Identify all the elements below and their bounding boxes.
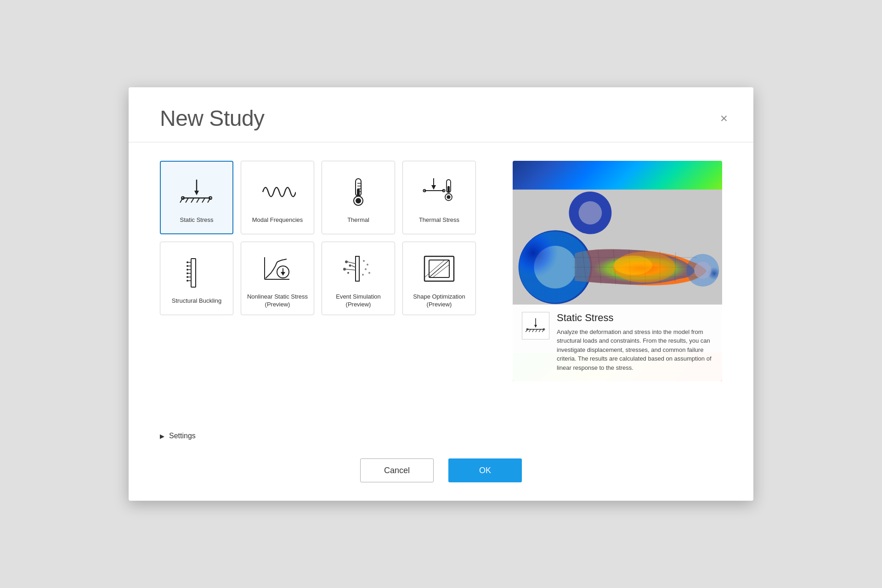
static-stress-icon bbox=[176, 171, 217, 213]
dialog-title: New Study bbox=[160, 106, 265, 131]
svg-point-58 bbox=[362, 274, 364, 276]
thermal-label: Thermal bbox=[344, 216, 373, 224]
svg-rect-46 bbox=[356, 256, 359, 281]
svg-line-51 bbox=[348, 262, 356, 264]
svg-line-4 bbox=[186, 198, 188, 203]
preview-info-icon bbox=[522, 312, 549, 339]
shape-optimization-label: Shape Optimization (Preview) bbox=[403, 293, 475, 309]
study-card-structural-buckling[interactable]: Structural Buckling bbox=[160, 242, 233, 315]
settings-section[interactable]: ▶ Settings bbox=[129, 432, 753, 449]
preview-section: Static Stress Analyze the deformation an… bbox=[513, 161, 722, 413]
cancel-button[interactable]: Cancel bbox=[360, 458, 434, 482]
svg-point-79 bbox=[694, 262, 711, 279]
svg-point-50 bbox=[347, 272, 349, 274]
structural-buckling-icon bbox=[176, 252, 217, 294]
svg-point-31 bbox=[187, 269, 188, 271]
svg-rect-25 bbox=[447, 186, 450, 192]
svg-point-56 bbox=[365, 268, 367, 270]
svg-point-57 bbox=[368, 272, 370, 274]
nonlinear-static-stress-label: Nonlinear Static Stress (Preview) bbox=[241, 293, 314, 309]
svg-point-33 bbox=[187, 276, 188, 278]
ok-button[interactable]: OK bbox=[448, 458, 522, 482]
svg-line-61 bbox=[429, 260, 449, 277]
svg-line-91 bbox=[539, 329, 541, 332]
shape-optimization-icon bbox=[418, 248, 460, 289]
svg-point-18 bbox=[356, 198, 361, 204]
svg-line-5 bbox=[191, 198, 194, 203]
thermal-stress-icon bbox=[418, 171, 460, 213]
dialog-body: Static Stress Modal Frequencies bbox=[129, 142, 753, 432]
svg-line-63 bbox=[433, 265, 449, 277]
svg-point-83 bbox=[614, 255, 652, 275]
study-card-nonlinear-static-stress[interactable]: Nonlinear Static Stress (Preview) bbox=[241, 242, 314, 315]
svg-marker-20 bbox=[431, 185, 436, 190]
svg-point-81 bbox=[579, 201, 602, 225]
study-card-shape-optimization[interactable]: Shape Optimization (Preview) bbox=[402, 242, 476, 315]
svg-point-32 bbox=[187, 272, 188, 274]
svg-line-62 bbox=[424, 260, 445, 277]
svg-point-55 bbox=[367, 264, 368, 266]
svg-point-48 bbox=[349, 265, 351, 267]
structural-buckling-label: Structural Buckling bbox=[168, 297, 225, 305]
study-grid: Static Stress Modal Frequencies bbox=[160, 161, 491, 315]
event-simulation-icon bbox=[338, 248, 379, 289]
modal-frequencies-icon bbox=[257, 171, 298, 213]
svg-point-49 bbox=[343, 268, 346, 271]
close-button[interactable]: × bbox=[717, 110, 731, 127]
svg-line-52 bbox=[351, 266, 356, 267]
thermal-stress-label: Thermal Stress bbox=[415, 216, 463, 224]
svg-rect-16 bbox=[357, 189, 360, 196]
preview-info-overlay: Static Stress Analyze the deformation an… bbox=[513, 305, 722, 382]
svg-rect-28 bbox=[191, 259, 196, 287]
svg-line-90 bbox=[536, 329, 537, 332]
study-card-static-stress[interactable]: Static Stress bbox=[160, 161, 233, 234]
settings-label[interactable]: Settings bbox=[169, 432, 196, 440]
settings-arrow-icon[interactable]: ▶ bbox=[160, 433, 164, 440]
nonlinear-static-stress-icon bbox=[257, 248, 298, 289]
thermal-icon bbox=[338, 171, 379, 213]
preview-image: Static Stress Analyze the deformation an… bbox=[513, 161, 722, 381]
svg-point-27 bbox=[447, 195, 451, 199]
svg-marker-1 bbox=[194, 191, 199, 195]
study-card-thermal[interactable]: Thermal bbox=[322, 161, 395, 234]
svg-point-34 bbox=[187, 280, 188, 282]
study-card-event-simulation[interactable]: Event Simulation (Preview) bbox=[322, 242, 395, 315]
study-card-modal-frequencies[interactable]: Modal Frequencies bbox=[241, 161, 314, 234]
preview-info-text: Static Stress Analyze the deformation an… bbox=[557, 312, 713, 373]
study-grid-section: Static Stress Modal Frequencies bbox=[160, 161, 491, 413]
dialog-footer: Cancel OK bbox=[129, 449, 753, 501]
svg-marker-85 bbox=[534, 325, 537, 328]
svg-line-6 bbox=[197, 198, 199, 203]
dialog-header: New Study × bbox=[129, 87, 753, 142]
svg-point-30 bbox=[187, 265, 188, 267]
modal-frequencies-label: Modal Frequencies bbox=[249, 216, 307, 224]
study-card-thermal-stress[interactable]: Thermal Stress bbox=[402, 161, 476, 234]
svg-line-53 bbox=[346, 269, 356, 270]
preview-selected-title: Static Stress bbox=[557, 312, 713, 324]
svg-line-7 bbox=[202, 198, 205, 203]
new-study-dialog: New Study × bbox=[129, 87, 753, 501]
svg-point-54 bbox=[363, 260, 365, 262]
static-stress-label: Static Stress bbox=[176, 216, 217, 224]
preview-selected-description: Analyze the deformation and stress into … bbox=[557, 328, 713, 373]
svg-line-89 bbox=[532, 329, 534, 332]
svg-point-47 bbox=[345, 260, 348, 263]
svg-line-88 bbox=[529, 329, 531, 332]
event-simulation-label: Event Simulation (Preview) bbox=[322, 293, 395, 309]
svg-point-29 bbox=[187, 261, 188, 263]
